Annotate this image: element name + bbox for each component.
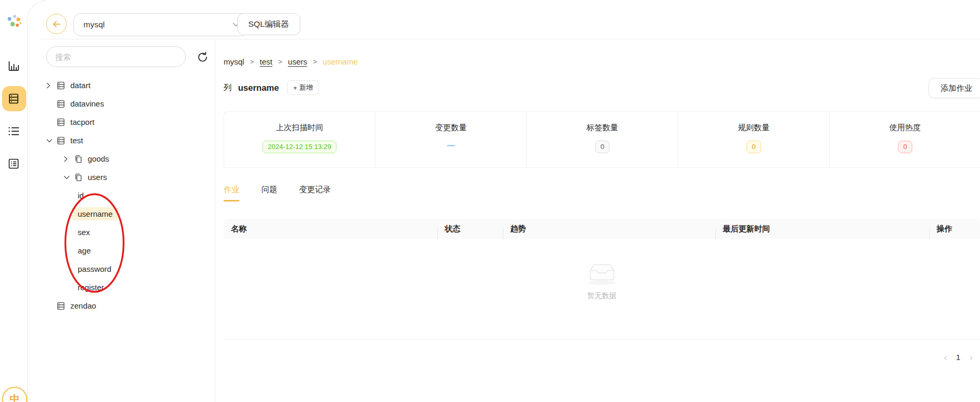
pagination: ‹ 1 › [944, 352, 973, 362]
stat-card-rule-count: 规则数量 0 [678, 112, 829, 167]
tree-item-goods[interactable]: goods [28, 150, 215, 168]
search-input[interactable] [46, 46, 186, 67]
breadcrumb: mysql > test > users > username [224, 57, 358, 66]
database-icon [57, 100, 67, 108]
sidebar-item-datasource[interactable] [0, 86, 27, 111]
sql-editor-button[interactable]: SQL编辑器 [237, 13, 300, 35]
empty-state: 暂无数据 [224, 239, 980, 340]
rule-count-badge: 0 [746, 141, 761, 153]
detail-tabs: 作业 问题 变更记录 [224, 185, 331, 202]
entity-type-label: 列 [224, 82, 232, 93]
stat-card-last-scan: 上次扫描时间 2024-12-12 15:13:29 [224, 112, 375, 167]
tree-item-sex[interactable]: sex [28, 223, 215, 241]
breadcrumb-item-username: username [323, 57, 358, 66]
header-cell-trend: 趋势 [503, 224, 715, 234]
sidebar-item-list[interactable] [0, 119, 27, 144]
add-tag-label: 新增 [299, 83, 313, 92]
app-logo-icon [5, 13, 22, 29]
breadcrumb-separator: > [313, 58, 317, 66]
database-icon [57, 302, 67, 310]
chevron-right-icon[interactable] [64, 155, 74, 163]
tab-jobs[interactable]: 作业 [224, 185, 239, 202]
breadcrumb-item-users[interactable]: users [288, 57, 308, 66]
plus-icon: + [293, 84, 297, 92]
panel-corner-decoration [27, 0, 47, 20]
main-pane: mysql > test > users > username 列 userna… [215, 39, 980, 402]
tree-item-password[interactable]: password [28, 260, 215, 278]
chevron-right-icon[interactable] [46, 81, 57, 90]
header-cell-status: 状态 [437, 224, 503, 234]
refresh-icon [196, 51, 209, 64]
change-count-value: — [447, 141, 455, 150]
tree-indent-spacer [46, 118, 57, 126]
last-scan-time-badge: 2024-12-12 15:13:29 [262, 141, 336, 153]
tag-count-badge: 0 [595, 141, 609, 153]
empty-text: 暂无数据 [587, 291, 617, 301]
tree-item-test[interactable]: test [28, 131, 215, 150]
stats-panel: 上次扫描时间 2024-12-12 15:13:29 变更数量 — 标签数量 0… [224, 111, 980, 168]
tree-item-datavines[interactable]: datavines [28, 94, 215, 113]
sidebar-item-report[interactable] [0, 151, 27, 176]
arrow-left-icon [52, 19, 61, 29]
datasource-select[interactable]: mysql [73, 13, 248, 36]
entity-name: username [238, 83, 279, 93]
back-button[interactable] [46, 14, 67, 34]
stat-card-usage-heat: 使用热度 0 [830, 112, 980, 167]
breadcrumb-item-test[interactable]: test [260, 57, 272, 66]
refresh-button[interactable] [196, 51, 209, 64]
tree-item-age[interactable]: age [28, 241, 215, 260]
database-icon [57, 136, 67, 145]
table-icon [74, 155, 85, 163]
stat-card-tag-count: 标签数量 0 [527, 112, 678, 167]
entity-title-row: 列 username + 新增 [224, 80, 319, 96]
icon-sidebar [0, 0, 27, 402]
tree-item-zendao[interactable]: zendao [28, 297, 215, 315]
header-cell-last-update: 最后更新时间 [715, 224, 929, 234]
pagination-next-icon[interactable]: › [970, 352, 973, 362]
usage-heat-badge: 0 [898, 141, 912, 153]
tree-item-datart[interactable]: datart [28, 76, 215, 94]
tree-item-users[interactable]: users [28, 168, 215, 186]
database-icon [57, 81, 67, 90]
table-icon [74, 173, 85, 182]
list-icon [8, 126, 19, 136]
empty-inbox-icon [586, 260, 618, 286]
breadcrumb-item-mysql[interactable]: mysql [224, 57, 244, 66]
chevron-down-icon[interactable] [64, 173, 74, 182]
sidebar-item-dashboard[interactable] [0, 53, 27, 78]
tab-change-log[interactable]: 变更记录 [299, 185, 331, 202]
tree-item-username[interactable]: username [28, 205, 215, 223]
database-icon [8, 93, 19, 104]
pagination-page-1[interactable]: 1 [956, 353, 960, 362]
tree-indent-spacer [46, 100, 57, 108]
breadcrumb-separator: > [278, 58, 282, 66]
database-icon [57, 118, 67, 126]
bar-chart-icon [8, 60, 19, 71]
tree-item-tacport[interactable]: tacport [28, 113, 215, 131]
add-tag-button[interactable]: + 新增 [287, 80, 319, 95]
tree-indent-spacer [46, 302, 57, 310]
chevron-down-icon[interactable] [46, 136, 57, 145]
add-job-button[interactable]: 添加作业 [929, 78, 980, 98]
tree-item-register[interactable]: register [28, 278, 215, 297]
report-icon [8, 158, 19, 170]
tree-item-id[interactable]: id [28, 186, 215, 205]
breadcrumb-separator: > [250, 58, 254, 66]
stat-card-change-count: 变更数量 — [375, 112, 526, 167]
tab-issues[interactable]: 问题 [261, 185, 277, 202]
header-cell-actions: 操作 [929, 224, 980, 234]
header-cell-name: 名称 [224, 224, 437, 234]
datasource-select-value: mysql [83, 20, 233, 29]
jobs-table-header: 名称 状态 趋势 最后更新时间 操作 [224, 219, 980, 239]
datasource-tree: datart datavines tacport test [28, 76, 215, 315]
pagination-prev-icon[interactable]: ‹ [944, 352, 947, 362]
app-window: mysql SQL编辑器 datart datavines [0, 0, 980, 402]
